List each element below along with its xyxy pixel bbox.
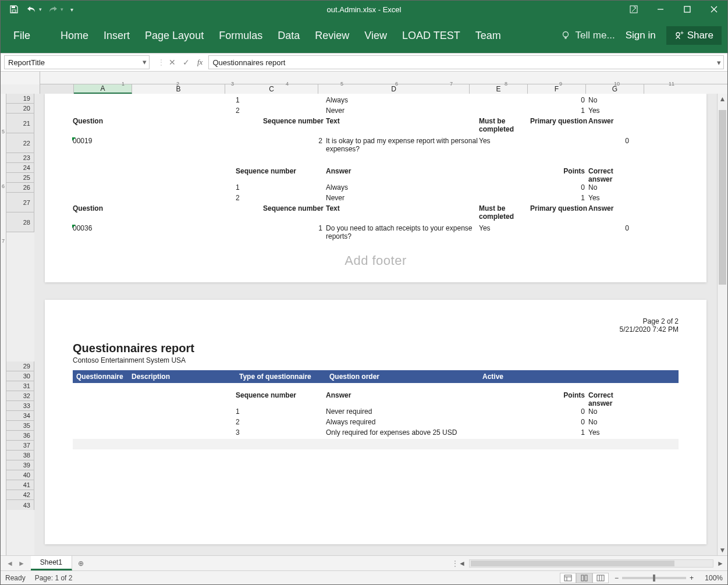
row-header[interactable]: 40 [6,470,34,480]
scroll-left-icon[interactable]: ◄ [457,559,467,568]
row-header[interactable]: 41 [6,480,34,490]
row-header[interactable]: 36 [6,431,34,441]
ribbon-display-options-icon[interactable] [620,1,647,18]
row-header[interactable]: 29 [6,361,34,371]
name-box-dropdown-icon[interactable]: ▾ [143,58,147,66]
table-row: 2 Never 1 Yes [73,107,679,117]
scroll-down-icon[interactable]: ▼ [718,545,727,555]
svg-rect-1 [12,10,16,12]
scroll-right-icon[interactable]: ► [716,559,725,568]
row-header[interactable]: 28 [6,212,34,232]
minimize-icon[interactable] [647,1,674,18]
col-header-c[interactable]: C [225,84,318,94]
qat-customize-icon[interactable]: ▾ [70,6,73,13]
sheet-nav: ◄ ► [1,556,31,570]
sign-in-link[interactable]: Sign in [626,30,656,41]
save-icon[interactable] [8,3,20,16]
zoom-slider[interactable] [622,577,686,579]
cancel-formula-icon[interactable]: ✕ [166,58,179,67]
view-page-layout-icon[interactable] [576,573,592,583]
row-header[interactable]: 38 [6,451,34,460]
view-page-break-icon[interactable] [592,573,609,583]
scroll-up-icon[interactable]: ▲ [718,94,727,104]
page-timestamp: 5/21/2020 7:42 PM [73,325,679,334]
formula-input[interactable]: Questionnaires report ▾ [208,55,724,69]
close-icon[interactable] [701,1,727,18]
h-ruler-scale[interactable]: 1 2 3 4 5 6 7 8 9 10 11 [40,72,727,84]
tab-split-grip-icon[interactable]: ⋮ [452,559,457,568]
row-header[interactable]: 33 [6,401,34,411]
row-header[interactable]: 26 [6,183,34,193]
scroll-thumb[interactable] [719,110,726,285]
add-footer-placeholder[interactable]: Add footer [73,253,679,268]
sheet-nav-next-icon[interactable]: ► [18,559,25,568]
row-header[interactable]: 42 [6,490,34,500]
hscroll-thumb[interactable] [471,561,674,566]
row-header[interactable]: 24 [6,163,34,173]
row-header[interactable]: 34 [6,411,34,421]
tab-insert[interactable]: Insert [104,30,130,42]
svg-rect-14 [585,575,587,581]
maximize-icon[interactable] [674,1,701,18]
add-sheet-button[interactable]: ⊕ [72,556,90,570]
table-row: 1 Always 0 No [73,96,679,107]
zoom-in-button[interactable]: + [690,574,694,582]
quick-access-toolbar: ▾ ▾ ▾ [8,3,73,16]
page-canvas[interactable]: 1 Always 0 No 2 Never 1 Yes Question [34,94,717,555]
undo-dropdown-icon[interactable]: ▾ [39,6,42,12]
row-header[interactable]: 35 [6,421,34,431]
tab-formulas[interactable]: Formulas [219,30,262,42]
share-button[interactable]: + Share [666,26,722,45]
tab-review[interactable]: Review [315,30,349,42]
col-header-f[interactable]: F [528,84,586,94]
zoom-out-button[interactable]: − [615,574,619,582]
tab-team[interactable]: Team [475,30,501,42]
row-header[interactable]: 19 [6,94,34,104]
zoom-percent[interactable]: 100% [697,574,723,582]
row-header[interactable]: 27 [6,193,34,212]
view-buttons [560,573,609,583]
tab-data[interactable]: Data [278,30,300,42]
report-subtitle: Contoso Entertainment System USA [73,356,679,364]
formula-expand-icon[interactable]: ▾ [717,58,721,67]
file-tab[interactable]: File [1,18,43,53]
lightbulb-icon [560,30,571,41]
row-header[interactable]: 37 [6,441,34,451]
table-row: 2 Always required 0 No [73,418,679,428]
tab-page-layout[interactable]: Page Layout [145,30,204,42]
name-box[interactable]: ReportTitle ▾ [4,55,150,69]
row-header[interactable]: 39 [6,460,34,470]
row-header[interactable]: 23 [6,153,34,163]
sheet-nav-prev-icon[interactable]: ◄ [6,559,13,568]
row-header[interactable]: 21 [6,114,34,133]
tab-home[interactable]: Home [61,30,88,42]
zoom-knob[interactable] [653,575,655,582]
ruler-tick: 9 [559,81,562,87]
view-normal-icon[interactable] [560,573,576,583]
row-header[interactable]: 20 [6,104,34,114]
sheet-tab-sheet1[interactable]: Sheet1 [31,556,72,570]
ruler-tick: 6 [395,81,398,87]
tab-view[interactable]: View [364,30,387,42]
enter-formula-icon[interactable]: ✓ [180,58,193,67]
horizontal-scrollbar[interactable]: ⋮ ◄ ► [90,556,727,570]
col-header-e[interactable]: E [470,84,528,94]
row-header[interactable]: 32 [6,391,34,401]
row-header[interactable]: 25 [6,173,34,183]
hscroll-track[interactable] [469,559,713,568]
fx-icon[interactable]: fx [197,58,203,67]
vertical-scrollbar[interactable]: ▲ ▼ [717,94,727,555]
row-header[interactable]: 31 [6,381,34,391]
ruler-tick: 3 [231,81,234,87]
page-number: Page 2 of 2 [73,317,679,325]
vertical-ruler[interactable]: 5 6 7 [1,94,6,555]
row-header[interactable]: 43 [6,500,34,510]
scroll-track[interactable] [718,104,727,545]
svg-rect-4 [684,6,690,12]
tell-me-search[interactable]: Tell me... [560,30,615,41]
undo-icon[interactable] [25,3,38,16]
tab-load-test[interactable]: LOAD TEST [402,30,460,42]
question-id: 00019 [73,137,128,145]
row-header[interactable]: 30 [6,371,34,381]
row-header[interactable]: 22 [6,133,34,153]
